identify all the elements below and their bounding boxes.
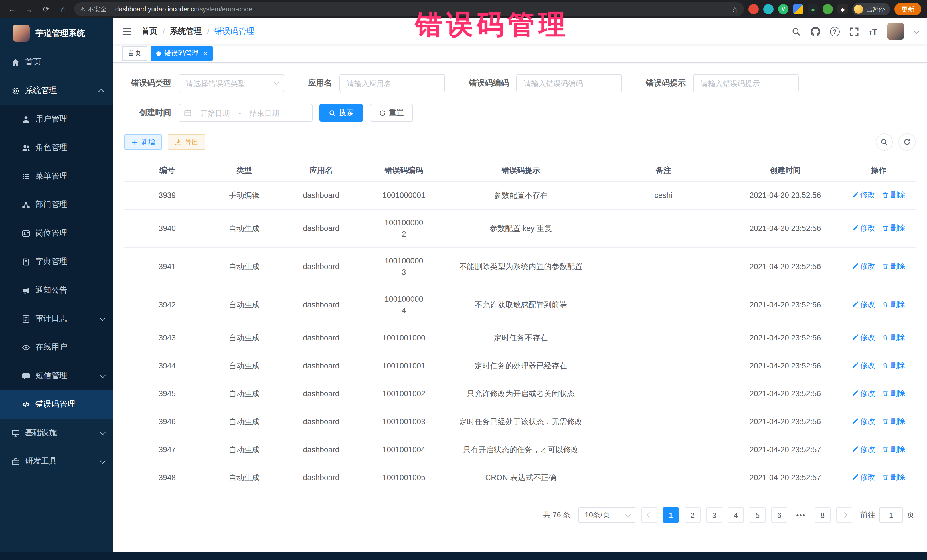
browser-reload-icon[interactable]: ⟳ <box>40 3 53 15</box>
export-button[interactable]: 导出 <box>168 134 205 150</box>
filter-app-input[interactable] <box>339 74 445 93</box>
tab-home[interactable]: 首页 <box>122 46 147 61</box>
edit-link[interactable]: 修改 <box>852 299 875 310</box>
cell-app: dashboard <box>278 464 364 492</box>
delete-link[interactable]: 删除 <box>882 472 905 483</box>
next-page-button[interactable] <box>836 507 852 523</box>
sidebar-item-online-user[interactable]: 在线用户 <box>0 333 113 361</box>
filter-code-input[interactable] <box>516 74 622 93</box>
delete-link[interactable]: 删除 <box>882 444 905 455</box>
help-icon[interactable]: ? <box>830 27 839 36</box>
github-icon[interactable] <box>810 27 820 36</box>
delete-link[interactable]: 删除 <box>882 222 905 234</box>
breadcrumb-home[interactable]: 首页 <box>141 26 158 36</box>
reset-button[interactable]: 重置 <box>370 104 413 122</box>
hamburger-icon[interactable] <box>122 26 132 36</box>
delete-link[interactable]: 删除 <box>882 416 905 427</box>
delete-link[interactable]: 删除 <box>882 261 905 272</box>
extension-drop-icon[interactable] <box>763 4 774 14</box>
pencil-icon <box>852 446 859 453</box>
browser-update-button[interactable]: 更新 <box>895 3 921 15</box>
goto-page-input[interactable] <box>879 507 903 523</box>
fullscreen-icon[interactable] <box>849 27 859 36</box>
delete-link[interactable]: 删除 <box>882 360 905 371</box>
date-range-picker[interactable]: - <box>179 104 313 122</box>
user-icon <box>22 115 30 123</box>
cell-id: 3944 <box>125 352 210 380</box>
profile-paused-chip[interactable]: 已暂停 <box>852 3 890 15</box>
filter-type-input[interactable] <box>179 74 284 93</box>
bookmark-star-icon[interactable]: ☆ <box>732 5 738 14</box>
extension-pin-icon[interactable]: ◆ <box>837 4 848 14</box>
sidebar-item-system[interactable]: 系统管理 <box>0 76 113 105</box>
browser-home-icon[interactable]: ⌂ <box>57 3 70 15</box>
address-bar[interactable]: ⚠不安全 dashboard.yudao.iocoder.cn/system/e… <box>74 2 744 16</box>
sidebar-item-user[interactable]: 用户管理 <box>0 105 113 134</box>
sidebar-item-error-code[interactable]: 错误码管理 <box>0 390 113 419</box>
edit-link[interactable]: 修改 <box>852 222 875 234</box>
filter-type-select[interactable] <box>179 74 284 93</box>
browser-back-icon[interactable]: ← <box>6 3 18 15</box>
security-warning[interactable]: ⚠不安全 <box>80 5 107 14</box>
edit-link[interactable]: 修改 <box>852 416 875 427</box>
add-button[interactable]: 新增 <box>125 134 162 150</box>
edit-link[interactable]: 修改 <box>852 189 875 201</box>
extension-switch-icon[interactable]: on <box>808 4 818 14</box>
page-button[interactable]: 8 <box>815 507 831 523</box>
sidebar-item-audit-log[interactable]: 审计日志 <box>0 305 113 333</box>
more-pages-button[interactable]: ••• <box>793 511 809 519</box>
page-button[interactable]: 6 <box>771 507 787 523</box>
toggle-search-button[interactable] <box>876 134 893 150</box>
sidebar-item-notice[interactable]: 通知公告 <box>0 276 113 305</box>
edit-link[interactable]: 修改 <box>852 360 875 371</box>
url-text[interactable]: dashboard.yudao.iocoder.cn/system/error-… <box>115 6 252 12</box>
page-button[interactable]: 1 <box>663 507 679 523</box>
delete-link[interactable]: 删除 <box>882 299 905 310</box>
page-button[interactable]: 4 <box>728 507 744 523</box>
table-row: 3945自动生成dashboard1001001002只允许修改为开启或者关闭状… <box>125 380 916 408</box>
search-button[interactable]: 搜索 <box>319 104 363 122</box>
edit-link[interactable]: 修改 <box>852 444 875 455</box>
sidebar-item-role[interactable]: 角色管理 <box>0 134 113 162</box>
sidebar-item-dict[interactable]: 字典管理 <box>0 247 113 276</box>
sidebar-item-sms[interactable]: 短信管理 <box>0 361 113 390</box>
end-date-input[interactable] <box>243 109 286 117</box>
sidebar-item-menu[interactable]: 菜单管理 <box>0 162 113 190</box>
tab-close-icon[interactable]: × <box>203 50 207 57</box>
app-logo-row[interactable]: 芋道管理系统 <box>0 18 113 48</box>
avatar-caret-icon[interactable] <box>914 28 919 33</box>
page-button[interactable]: 5 <box>749 507 766 523</box>
extension-v-icon[interactable]: V <box>778 4 789 14</box>
prev-page-button[interactable] <box>641 507 657 523</box>
edit-link[interactable]: 修改 <box>852 388 875 399</box>
search-icon[interactable] <box>791 27 801 36</box>
filter-hint-input[interactable] <box>693 74 799 93</box>
tab-error-code[interactable]: 错误码管理 × <box>150 46 213 61</box>
sidebar-item-infra[interactable]: 基础设施 <box>0 419 113 447</box>
refresh-table-button[interactable] <box>898 134 916 150</box>
font-size-icon[interactable]: TT <box>869 27 877 36</box>
breadcrumb-system[interactable]: 系统管理 <box>170 26 202 36</box>
extension-red-icon[interactable] <box>748 4 759 14</box>
breadcrumb-separator: / <box>207 27 209 36</box>
edit-link[interactable]: 修改 <box>852 332 875 343</box>
browser-forward-icon[interactable]: → <box>23 3 35 15</box>
sidebar-item-dev-tools[interactable]: 研发工具 <box>0 447 113 476</box>
warning-icon: ⚠ <box>80 5 85 13</box>
page-button[interactable]: 3 <box>706 507 722 523</box>
edit-link[interactable]: 修改 <box>852 261 875 272</box>
sidebar-item-home[interactable]: 首页 <box>0 48 113 76</box>
delete-link[interactable]: 删除 <box>882 388 905 399</box>
page-button[interactable]: 2 <box>685 507 701 523</box>
edit-link[interactable]: 修改 <box>852 472 875 483</box>
delete-link[interactable]: 删除 <box>882 332 905 343</box>
extension-leaf-icon[interactable] <box>823 4 833 14</box>
delete-link[interactable]: 删除 <box>882 189 905 201</box>
sidebar-item-dept[interactable]: 部门管理 <box>0 190 113 219</box>
page-size-select[interactable]: 10条/页 <box>579 507 635 523</box>
extension-grid-icon[interactable] <box>793 4 803 14</box>
sidebar-item-post[interactable]: 岗位管理 <box>0 219 113 247</box>
cell-app: dashboard <box>278 182 364 209</box>
start-date-input[interactable] <box>194 109 236 117</box>
user-avatar[interactable] <box>887 23 904 40</box>
